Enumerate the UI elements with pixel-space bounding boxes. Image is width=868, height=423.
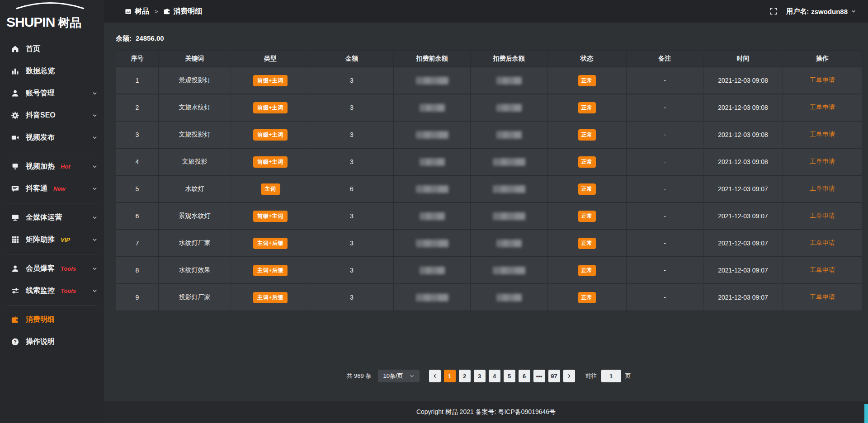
cell-type: 前缀+主词 (231, 202, 310, 230)
goto-page-input[interactable] (601, 370, 621, 382)
cell-post-balance (471, 148, 547, 175)
col-header-note: 备注 (627, 51, 703, 67)
work-order-link[interactable]: 工单申请 (810, 103, 835, 111)
cell-pre-balance (394, 257, 471, 284)
page-size-select[interactable]: 10条/页 (378, 370, 419, 382)
cell-keyword: 文旅投影灯 (159, 121, 231, 148)
content-area: 余额: 24856.00 序号 关键词 类型 金额 扣费前余额 扣费 (104, 23, 868, 401)
type-badge: 前缀+主词 (253, 129, 288, 141)
cell-index: 3 (116, 121, 159, 148)
page-button-2[interactable]: 2 (459, 370, 471, 382)
video-heat-icon (11, 163, 19, 171)
sidebar-item-matrix-boost[interactable]: 矩阵助推 VIP (0, 229, 104, 251)
type-badge: 主词+后缀 (253, 238, 288, 249)
cell-amount: 3 (310, 284, 394, 311)
logo-arc (3, 1, 98, 9)
page-button-1[interactable]: 1 (444, 370, 456, 382)
sidebar-item-consumption-detail[interactable]: 消费明细 (0, 309, 104, 331)
video-camera-icon (11, 134, 19, 142)
monitor-icon (11, 214, 19, 222)
topbar-right: 用户名: zswodun88 (770, 7, 856, 16)
breadcrumb-item-current[interactable]: 消费明细 (164, 7, 203, 16)
page-button-6[interactable]: 6 (519, 370, 530, 382)
cell-note: - (627, 202, 703, 230)
cell-amount: 3 (310, 121, 394, 148)
page-button-5[interactable]: 5 (504, 370, 515, 382)
cell-pre-balance (394, 94, 471, 121)
cell-keyword: 水纹灯 (159, 175, 231, 202)
work-order-link[interactable]: 工单申请 (810, 266, 835, 273)
sidebar-item-video-heat[interactable]: 视频加热 Hot (0, 155, 104, 178)
sidebar-item-label: 操作说明 (26, 337, 55, 347)
page-ellipsis-button[interactable]: ••• (533, 370, 545, 382)
divider (7, 203, 97, 203)
status-badge: 正常 (578, 211, 596, 222)
work-order-link[interactable]: 工单申请 (810, 212, 835, 219)
page-button-3[interactable]: 3 (474, 370, 486, 382)
sidebar-item-lead-monitor[interactable]: 线索监控 Tools (0, 280, 104, 302)
col-header-action: 操作 (783, 51, 862, 67)
cell-pre-balance (394, 175, 471, 202)
sidebar-item-label: 视频加热 (26, 162, 55, 171)
pagination: 共 969 条 10条/页 1 2 3 4 5 6 •• (116, 370, 862, 382)
scrollbar-thumb[interactable] (864, 404, 868, 423)
fullscreen-icon[interactable] (770, 8, 777, 15)
cell-index: 8 (116, 257, 159, 284)
masked-balance (496, 240, 522, 247)
sidebar-item-douketong[interactable]: 抖客通 New (0, 178, 104, 200)
sidebar-item-data-overview[interactable]: 数据总览 (0, 60, 104, 82)
cell-pre-balance (394, 67, 471, 94)
bar-chart-icon (11, 67, 19, 75)
work-order-link[interactable]: 工单申请 (810, 293, 835, 301)
work-order-link[interactable]: 工单申请 (810, 158, 835, 165)
masked-balance (493, 212, 525, 220)
breadcrumb-item-root[interactable]: 树品 (125, 7, 149, 16)
sidebar-item-label: 线索监控 (26, 286, 55, 296)
page-button-4[interactable]: 4 (489, 370, 500, 382)
chevron-down-icon (851, 9, 856, 14)
sidebar-item-account[interactable]: 账号管理 (0, 82, 104, 104)
cell-time: 2021-12-03 09:07 (703, 284, 783, 311)
cell-status: 正常 (547, 148, 627, 175)
masked-balance (420, 158, 445, 166)
sidebar-item-all-media[interactable]: 全媒体运营 (0, 207, 104, 229)
balance-label: 余额: (116, 34, 132, 43)
col-header-time: 时间 (703, 51, 783, 67)
cell-type: 前缀+主词 (231, 148, 310, 175)
cell-keyword: 文旅水纹灯 (159, 94, 231, 121)
app-logo[interactable]: SHUPIN 树品 (0, 0, 104, 33)
cell-index: 9 (116, 284, 159, 311)
table-row: 7 水纹灯厂家 主词+后缀 3 正常 - 2021-12-03 09:07 工单… (116, 230, 862, 257)
tools-badge: Tools (61, 265, 76, 272)
logo-text: SHUPIN 树品 (6, 14, 81, 31)
sidebar-item-video-publish[interactable]: 视频发布 (0, 127, 104, 149)
work-order-link[interactable]: 工单申请 (810, 76, 835, 84)
cell-amount: 3 (310, 257, 394, 284)
status-badge: 正常 (578, 238, 596, 249)
comment-icon (11, 185, 19, 193)
work-order-link[interactable]: 工单申请 (810, 185, 835, 192)
cell-type: 主词+后缀 (231, 284, 310, 311)
work-order-link[interactable]: 工单申请 (810, 131, 835, 138)
table-row: 6 景观水纹灯 前缀+主词 3 正常 - 2021-12-03 09:07 工单… (116, 202, 862, 230)
cell-amount: 3 (310, 230, 394, 257)
work-order-link[interactable]: 工单申请 (810, 239, 835, 246)
page-button-97[interactable]: 97 (548, 370, 560, 382)
status-badge: 正常 (578, 129, 596, 141)
next-page-button[interactable] (563, 370, 575, 382)
chevron-down-icon (409, 373, 415, 379)
prev-page-button[interactable] (429, 370, 441, 382)
cell-keyword: 景观投影灯 (159, 67, 231, 94)
sidebar-item-member-burst[interactable]: 会员爆客 Tools (0, 258, 104, 280)
sidebar-item-douyin-seo[interactable]: 抖音SEO (0, 104, 104, 127)
masked-balance (496, 294, 522, 301)
cell-amount: 3 (310, 202, 394, 230)
cell-post-balance (471, 175, 547, 202)
sidebar-item-instructions[interactable]: ? 操作说明 (0, 331, 104, 353)
cell-pre-balance (394, 202, 471, 230)
goto-label: 前往 (585, 372, 597, 380)
sidebar-item-home[interactable]: 首页 (0, 38, 104, 60)
user-menu[interactable]: 用户名: zswodun88 (786, 7, 856, 16)
cell-status: 正常 (547, 121, 627, 148)
cell-type: 前缀+主词 (231, 67, 310, 94)
